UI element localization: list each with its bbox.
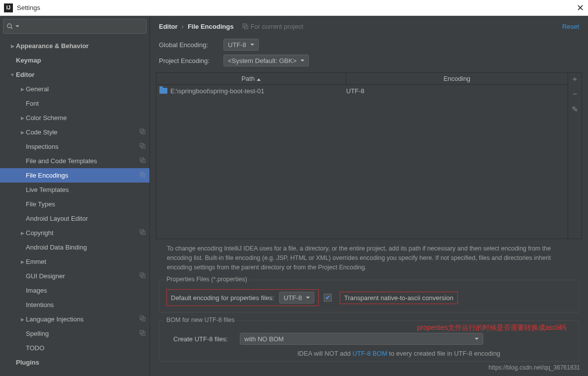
- help-text: To change encoding IntelliJ IDEA uses fo…: [150, 239, 588, 277]
- project-encoding-dropdown[interactable]: <System Default: GBK>: [223, 55, 309, 66]
- sidebar-item-appearance-behavior[interactable]: ▶Appearance & Behavior: [0, 39, 149, 53]
- settings-tree: ▶Appearance & BehaviorKeymap▼Editor▶Gene…: [0, 37, 149, 376]
- chevron-right-icon: ▶: [19, 87, 26, 92]
- check-icon: ✔: [325, 294, 330, 301]
- properties-legend: Properties Files (*.properties): [163, 276, 250, 283]
- sidebar-item-android-data-binding[interactable]: Android Data Binding: [0, 240, 149, 254]
- sort-asc-icon: [257, 75, 261, 82]
- close-icon[interactable]: ✕: [577, 2, 584, 13]
- bom-link[interactable]: UTF-8 BOM: [353, 350, 387, 357]
- properties-encoding-dropdown[interactable]: UTF-8: [279, 292, 314, 304]
- sidebar-item-file-types[interactable]: File Types: [0, 197, 149, 211]
- sidebar: ▶Appearance & BehaviorKeymap▼Editor▶Gene…: [0, 16, 150, 376]
- app-icon: IJ: [4, 3, 13, 12]
- bom-legend: BOM for new UTF-8 files: [163, 316, 238, 323]
- copy-icon: [140, 315, 146, 323]
- remove-button[interactable]: −: [573, 90, 577, 99]
- bom-help-text: IDEA will NOT add UTF-8 BOM to every cre…: [166, 348, 572, 358]
- sidebar-item-emmet[interactable]: ▶Emmet: [0, 254, 149, 269]
- sidebar-item-images[interactable]: Images: [0, 283, 149, 298]
- svg-point-0: [7, 24, 11, 28]
- reset-link[interactable]: Reset: [562, 23, 579, 30]
- sidebar-item-copyright[interactable]: ▶Copyright: [0, 226, 149, 240]
- breadcrumb-current: File Encodings: [188, 23, 233, 30]
- chevron-down-icon: [306, 297, 310, 299]
- sidebar-item-editor[interactable]: ▼Editor: [0, 67, 149, 82]
- sidebar-item-keymap[interactable]: Keymap: [0, 53, 149, 67]
- transparent-ascii-checkbox[interactable]: ✔: [324, 294, 332, 302]
- svg-line-1: [11, 27, 12, 29]
- sidebar-item-plugins[interactable]: Plugins: [0, 355, 149, 370]
- copy-icon: [140, 272, 146, 280]
- copy-icon: [140, 229, 146, 237]
- for-current-project: For current project: [242, 23, 303, 30]
- search-icon: [6, 23, 13, 30]
- copy-icon: [140, 128, 146, 136]
- column-header-encoding[interactable]: Encoding: [346, 73, 568, 84]
- chevron-down-icon: [250, 44, 254, 46]
- sidebar-item-spelling[interactable]: Spelling: [0, 326, 149, 341]
- chevron-down-icon: [15, 25, 21, 28]
- sidebar-item-todo[interactable]: TODO: [0, 341, 149, 355]
- chevron-right-icon: ›: [182, 23, 184, 30]
- folder-icon: [159, 88, 167, 94]
- properties-encoding-label: Default encoding for properties files:: [171, 294, 274, 302]
- column-header-path[interactable]: Path: [156, 73, 346, 84]
- sidebar-item-code-style[interactable]: ▶Code Style: [0, 125, 149, 139]
- copy-icon: [140, 157, 146, 165]
- sidebar-item-file-and-code-templates[interactable]: File and Code Templates: [0, 154, 149, 168]
- bom-dropdown[interactable]: with NO BOM: [240, 333, 483, 345]
- bom-label: Create UTF-8 files:: [173, 335, 240, 343]
- chevron-right-icon: ▶: [19, 259, 26, 264]
- chevron-right-icon: ▶: [19, 231, 26, 236]
- sidebar-item-gui-designer[interactable]: GUI Designer: [0, 269, 149, 283]
- edit-button[interactable]: ✎: [572, 105, 578, 114]
- window-title: Settings: [17, 4, 40, 11]
- search-input[interactable]: [3, 19, 147, 34]
- sidebar-item-color-scheme[interactable]: ▶Color Scheme: [0, 111, 149, 125]
- sidebar-item-font[interactable]: Font: [0, 96, 149, 111]
- chevron-down-icon: [475, 338, 479, 340]
- sidebar-item-language-injections[interactable]: ▶Language Injections: [0, 312, 149, 326]
- sidebar-item-file-encodings[interactable]: File Encodings: [0, 168, 149, 183]
- chevron-right-icon: ▶: [19, 116, 26, 121]
- global-encoding-dropdown[interactable]: UTF-8: [223, 39, 259, 51]
- chevron-right-icon: ▶: [19, 130, 26, 135]
- sidebar-item-inspections[interactable]: Inspections: [0, 139, 149, 154]
- sidebar-item-general[interactable]: ▶General: [0, 82, 149, 96]
- sidebar-item-live-templates[interactable]: Live Templates: [0, 183, 149, 197]
- project-encoding-label: Project Encoding:: [159, 57, 223, 64]
- watermark: https://blog.csdn.net/qq_36761831: [489, 364, 580, 371]
- table-row[interactable]: E:\springboot\spring-boot-test-01 UTF-8: [156, 85, 568, 97]
- add-button[interactable]: +: [573, 75, 577, 84]
- encoding-table: Path Encoding E:\springboot\spring-boot-…: [156, 73, 568, 239]
- transparent-ascii-box: Transparent native-to-ascii conversion: [340, 292, 458, 304]
- breadcrumb-root[interactable]: Editor: [159, 23, 178, 30]
- sidebar-item-android-layout-editor[interactable]: Android Layout Editor: [0, 211, 149, 226]
- copy-icon: [140, 143, 146, 150]
- global-encoding-label: Global Encoding:: [159, 41, 223, 49]
- chevron-right-icon: ▶: [9, 44, 16, 49]
- copy-icon: [140, 330, 146, 337]
- sidebar-item-intentions[interactable]: Intentions: [0, 298, 149, 312]
- chevron-right-icon: ▶: [19, 317, 26, 322]
- copy-icon: [242, 23, 248, 29]
- transparent-ascii-label: Transparent native-to-ascii conversion: [344, 294, 453, 302]
- chevron-down-icon: [300, 60, 304, 62]
- properties-encoding-box: Default encoding for properties files: U…: [166, 289, 319, 306]
- copy-icon: [140, 172, 146, 179]
- chevron-down-icon: ▼: [9, 72, 16, 77]
